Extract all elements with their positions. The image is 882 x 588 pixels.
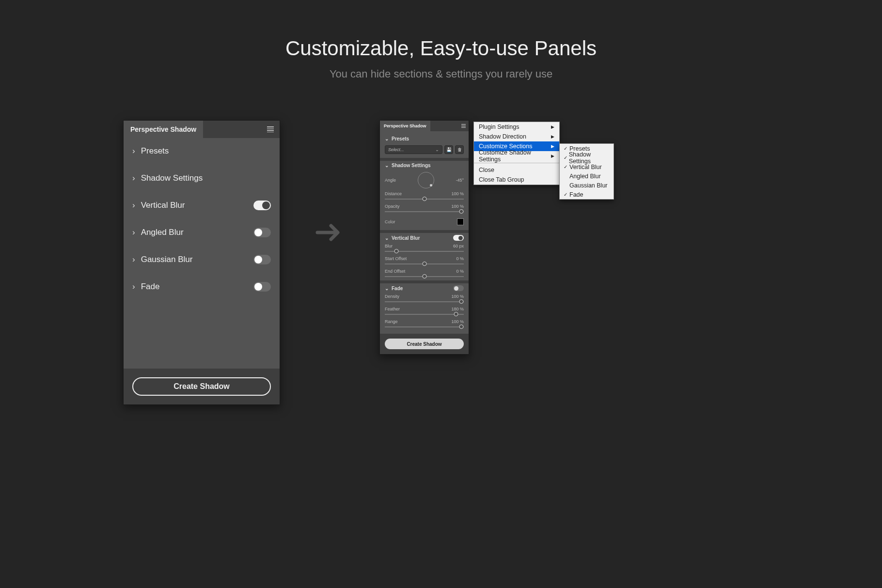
submenu-item-shadow-settings[interactable]: ✓Shadow Settings [560,153,614,162]
density-value: 100 % [451,294,464,299]
section-vertical-blur[interactable]: › Vertical Blur [124,192,280,218]
section-label: Fade [392,286,403,291]
section-gaussian-blur[interactable]: › Gaussian Blur [124,247,280,273]
panel-left: Perspective Shadow › Presets › Shadow Se… [123,120,280,405]
menu-separator [474,163,559,163]
context-menu: Plugin Settings▶ Shadow Direction▶ Custo… [473,122,560,185]
section-head-presets[interactable]: ⌄ Presets [380,134,469,143]
menu-label: Fade [569,191,583,198]
opacity-slider[interactable] [385,209,464,215]
color-label: Color [385,219,395,224]
menu-label: Shadow Direction [479,133,526,140]
section-label: Shadow Settings [141,173,203,183]
toggle-vertical-blur[interactable] [453,235,464,241]
start-offset-label: Start Offset [385,256,407,261]
panel-menu-button[interactable] [261,125,280,133]
density-slider[interactable] [385,299,464,305]
panel-tab[interactable]: Perspective Shadow [124,121,203,138]
delete-preset-button[interactable]: 🗑 [455,145,464,154]
menu-item-close[interactable]: Close [474,165,559,175]
check-icon: ✓ [564,155,569,160]
menu-label: Customize Sections [479,143,532,150]
chevron-right-icon: › [132,228,135,237]
chevron-right-icon: › [132,255,135,264]
section-label: Vertical Blur [392,235,420,241]
distance-slider[interactable] [385,196,464,202]
chevron-right-icon: › [132,173,135,183]
opacity-value: 100 % [451,204,464,209]
create-shadow-button[interactable]: Create Shadow [132,377,271,396]
check-icon: ✓ [564,164,569,170]
section-angled-blur[interactable]: › Angled Blur [124,219,280,246]
menu-label: Shadow Settings [569,151,610,165]
page-subtitle: You can hide sections & settings you rar… [0,68,882,80]
menu-label: Customize Shadow Settings [479,149,551,163]
menu-label: Angled Blur [569,173,601,180]
color-swatch[interactable] [457,218,464,225]
chevron-right-icon: › [132,201,135,210]
save-preset-button[interactable]: 💾 [444,145,453,154]
toggle-gaussian-blur[interactable] [253,255,271,264]
section-label: Presets [392,136,409,141]
menu-item-customize-shadow-settings[interactable]: Customize Shadow Settings▶ [474,151,559,161]
menu-item-plugin-settings[interactable]: Plugin Settings▶ [474,122,559,132]
check-icon: ✓ [564,146,569,151]
range-label: Range [385,319,398,324]
preset-select[interactable]: Select... ⌄ [385,145,442,154]
opacity-label: Opacity [385,204,400,209]
toggle-fade[interactable] [253,282,271,292]
density-label: Density [385,294,399,299]
toggle-angled-blur[interactable] [253,228,271,237]
panel-tab[interactable]: Perspective Shadow [380,121,430,131]
menu-item-shadow-direction[interactable]: Shadow Direction▶ [474,132,559,141]
submenu-item-angled-blur[interactable]: Angled Blur [560,171,614,181]
chevron-down-icon: ⌄ [385,286,389,291]
section-head-fade[interactable]: ⌄ Fade [380,283,469,293]
range-slider[interactable] [385,324,464,330]
start-offset-value: 0 % [456,256,464,261]
section-presets[interactable]: › Presets [124,138,280,164]
submenu-item-fade[interactable]: ✓Fade [560,190,614,199]
chevron-down-icon: ⌄ [385,235,389,241]
panel-header: Perspective Shadow [380,121,469,131]
section-head-vertical-blur[interactable]: ⌄ Vertical Blur [380,233,469,243]
angle-dial[interactable] [418,172,434,188]
section-label: Angled Blur [141,228,184,237]
section-shadow-settings[interactable]: › Shadow Settings [124,165,280,191]
chevron-down-icon: ⌄ [435,147,439,152]
save-icon: 💾 [446,147,452,152]
section-label: Fade [141,282,160,292]
section-fade[interactable]: › Fade [124,274,280,300]
toggle-fade[interactable] [453,285,464,291]
trash-icon: 🗑 [457,147,462,152]
menu-label: Close Tab Group [479,176,524,183]
feather-label: Feather [385,307,400,311]
panel-menu-button[interactable] [458,124,469,128]
chevron-right-icon: ▶ [551,154,554,158]
panel-right: Perspective Shadow ⌄ Presets Select... ⌄… [379,120,469,355]
submenu-item-gaussian-blur[interactable]: Gaussian Blur [560,181,614,190]
blur-slider[interactable] [385,248,464,254]
toggle-vertical-blur[interactable] [253,201,271,210]
blur-value: 60 px [453,244,464,248]
section-head-shadow-settings[interactable]: ⌄ Shadow Settings [380,161,469,170]
submenu-customize-sections: ✓Presets ✓Shadow Settings ✓Vertical Blur… [559,143,614,200]
chevron-down-icon: ⌄ [385,136,389,141]
end-offset-label: End Offset [385,269,405,274]
spacer [124,301,280,369]
section-label: Vertical Blur [141,201,185,210]
chevron-right-icon: ▶ [551,144,554,149]
angle-label: Angle [385,178,396,183]
arrow-icon [315,218,344,249]
create-shadow-button[interactable]: Create Shadow [385,339,464,349]
range-value: 100 % [451,319,464,324]
end-offset-slider[interactable] [385,274,464,279]
menu-item-close-tab-group[interactable]: Close Tab Group [474,175,559,185]
feather-value: 180 % [451,307,464,311]
panel-header: Perspective Shadow [124,121,280,138]
chevron-right-icon: ▶ [551,134,554,139]
menu-label: Close [479,167,494,173]
start-offset-slider[interactable] [385,261,464,267]
feather-slider[interactable] [385,311,464,317]
angle-value: -45° [456,178,464,183]
